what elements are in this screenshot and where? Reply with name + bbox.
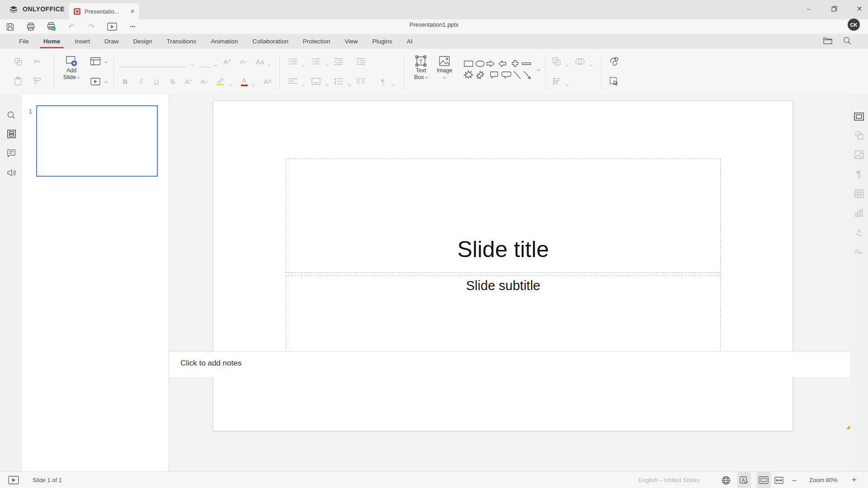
strikeout-button[interactable]: S: [166, 75, 179, 88]
cut-button[interactable]: ✂: [30, 55, 44, 68]
select-tool-button[interactable]: [607, 75, 621, 88]
font-size-combo[interactable]: [200, 67, 211, 67]
font-name-combo[interactable]: [119, 67, 187, 67]
menu-ai[interactable]: AI: [400, 35, 420, 47]
format-painter-button[interactable]: [30, 75, 44, 88]
arrange-chevron-icon[interactable]: [566, 63, 569, 66]
subtitle-placeholder[interactable]: Slide subtitle: [286, 275, 721, 355]
menu-draw[interactable]: Draw: [97, 35, 126, 47]
window-minimize-button[interactable]: –: [801, 3, 816, 14]
horizontal-align-button[interactable]: [286, 75, 300, 88]
image-button[interactable]: Image: [434, 55, 455, 81]
align-objects-button[interactable]: [550, 75, 563, 88]
table-settings-icon[interactable]: [851, 186, 867, 201]
zoom-in-button[interactable]: +: [852, 472, 857, 488]
comments-panel-icon[interactable]: [4, 145, 19, 161]
document-tab[interactable]: Presentatio... ✕: [69, 3, 139, 19]
font-color-chevron-icon[interactable]: [252, 83, 255, 86]
change-case-button[interactable]: Aa: [253, 55, 267, 68]
text-direction-button[interactable]: ¶: [376, 75, 390, 88]
slide-surface[interactable]: Slide title Slide subtitle: [213, 101, 793, 431]
shapes-gallery-chevron-icon[interactable]: [537, 68, 540, 71]
font-size-chevron-icon[interactable]: [214, 63, 217, 66]
menu-home[interactable]: Home: [36, 35, 68, 47]
menu-file[interactable]: File: [12, 35, 36, 47]
subscript-button[interactable]: A: [197, 75, 211, 88]
shape-settings-icon[interactable]: [851, 127, 867, 143]
replace-shape-button[interactable]: [607, 55, 621, 68]
add-slide-button[interactable]: Add Slide: [57, 55, 85, 81]
vertical-align-button[interactable]: [309, 75, 323, 88]
notes-area[interactable]: Click to add notes: [169, 351, 850, 377]
bold-button[interactable]: B: [118, 75, 132, 88]
superscript-button[interactable]: A: [181, 75, 195, 88]
decrease-indent-button[interactable]: [332, 55, 345, 68]
menu-animation[interactable]: Animation: [203, 35, 245, 47]
line-spacing-chevron-icon[interactable]: [348, 83, 351, 86]
menu-view[interactable]: View: [338, 35, 365, 47]
italic-button[interactable]: I: [134, 75, 148, 88]
merge-shapes-button[interactable]: [573, 55, 587, 68]
slide-thumbnail[interactable]: [36, 105, 158, 177]
menu-design[interactable]: Design: [126, 35, 160, 47]
change-layout-button[interactable]: [89, 55, 102, 68]
signature-settings-icon[interactable]: [851, 244, 867, 259]
preview-slideshow-button[interactable]: [89, 75, 102, 88]
text-box-button[interactable]: T Text Box: [410, 55, 431, 81]
open-file-location-button[interactable]: [823, 36, 833, 45]
textart-settings-icon[interactable]: A: [851, 225, 867, 240]
align-objects-chevron-icon[interactable]: [566, 83, 569, 86]
increase-font-button[interactable]: A: [220, 55, 234, 68]
underline-button[interactable]: U: [150, 75, 163, 88]
numbering-chevron-icon[interactable]: [325, 63, 328, 66]
start-slideshow-status-button[interactable]: [8, 472, 19, 488]
title-placeholder[interactable]: Slide title: [286, 159, 721, 273]
find-panel-icon[interactable]: [4, 108, 19, 123]
avatar[interactable]: CK: [848, 19, 860, 31]
slide-settings-icon[interactable]: [851, 109, 867, 124]
menu-collaboration[interactable]: Collaboration: [245, 35, 296, 47]
tab-close-icon[interactable]: ✕: [130, 8, 135, 14]
line-spacing-button[interactable]: [332, 75, 345, 88]
change-case-chevron-icon[interactable]: [267, 63, 270, 66]
paste-button[interactable]: [11, 75, 25, 88]
vertical-align-chevron-icon[interactable]: [325, 83, 328, 86]
image-settings-icon[interactable]: [851, 147, 867, 162]
slides-panel-icon[interactable]: [4, 126, 19, 141]
editor-canvas[interactable]: Slide title Slide subtitle: [169, 94, 850, 471]
menu-plugins[interactable]: Plugins: [365, 35, 400, 47]
bullets-chevron-icon[interactable]: [302, 63, 305, 66]
merge-shapes-chevron-icon[interactable]: [590, 63, 593, 66]
clear-format-button[interactable]: A: [261, 75, 274, 88]
spell-check-button[interactable]: A: [737, 472, 751, 488]
window-restore-button[interactable]: [826, 3, 842, 14]
increase-indent-button[interactable]: [354, 55, 368, 68]
fit-to-slide-button[interactable]: [756, 472, 771, 488]
text-direction-chevron-icon[interactable]: [392, 83, 395, 86]
feedback-icon[interactable]: [4, 165, 19, 180]
layout-dropdown-chevron-icon[interactable]: [104, 60, 108, 63]
menu-insert[interactable]: Insert: [67, 35, 97, 47]
document-language-button[interactable]: [722, 472, 731, 488]
font-color-button[interactable]: A: [237, 75, 251, 88]
highlight-chevron-icon[interactable]: [229, 83, 232, 86]
horizontal-align-chevron-icon[interactable]: [302, 83, 305, 86]
arrange-shape-button[interactable]: [550, 55, 563, 68]
decrease-font-button[interactable]: A: [236, 55, 250, 68]
fit-to-width-button[interactable]: [774, 472, 783, 488]
bullets-button[interactable]: [286, 55, 300, 68]
language-selector[interactable]: English – United States: [638, 472, 699, 488]
font-name-chevron-icon[interactable]: [191, 63, 194, 66]
paragraph-settings-icon[interactable]: ¶: [851, 166, 867, 182]
menu-transitions[interactable]: Transitions: [160, 35, 204, 47]
copy-button[interactable]: [11, 55, 25, 68]
columns-button[interactable]: [354, 75, 368, 88]
window-close-button[interactable]: ✕: [852, 3, 867, 14]
search-icon[interactable]: [843, 36, 852, 45]
menu-protection[interactable]: Protection: [296, 35, 338, 47]
shapes-row-1[interactable]: [463, 59, 532, 69]
zoom-out-button[interactable]: –: [792, 472, 796, 488]
chart-settings-icon[interactable]: [851, 205, 867, 221]
shapes-row-2[interactable]: [463, 70, 532, 80]
numbering-button[interactable]: [309, 55, 323, 68]
